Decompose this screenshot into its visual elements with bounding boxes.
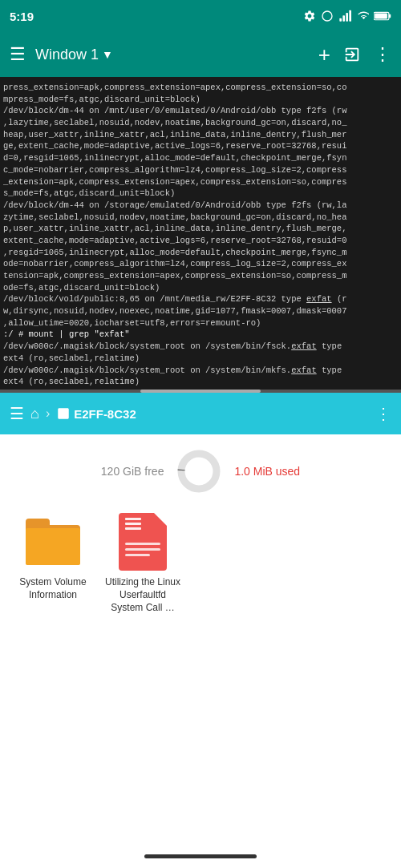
terminal-line: ode=nobarrier,compress_algorithm=lz4,com… [3, 258, 398, 270]
terminal-line: /dev/block/dm-44 on /storage/emulated/0/… [3, 200, 398, 212]
empty-area [0, 624, 401, 835]
terminal-line: d=0,resgid=1065,inlinecrypt,alloc_mode=d… [3, 152, 398, 164]
svg-rect-7 [375, 13, 387, 18]
storage-donut-chart [176, 449, 221, 494]
terminal-line: mpress_mode=fs,atgc,discard_unit=block) [3, 94, 398, 106]
exit-icon[interactable] [343, 46, 361, 63]
svg-point-0 [322, 11, 332, 21]
hamburger-button[interactable]: ☰ [10, 44, 26, 65]
storage-info: 120 GiB free 1.0 MiB used [0, 434, 401, 503]
file-name-folder: System Volume Information [13, 575, 93, 601]
terminal-line: ,allow_utime=0020,iocharset=utf8,errors=… [3, 317, 398, 329]
terminal-line: /dev/w000c/.magisk/block/system_root on … [3, 341, 398, 353]
dropdown-arrow: ▼ [102, 48, 113, 61]
status-icons [303, 10, 391, 22]
terminal-line: s_mode=fs,atgc,discard_unit=block) [3, 188, 398, 200]
file-more-button[interactable]: ⋮ [375, 404, 391, 423]
usb-drive-icon [56, 406, 71, 421]
scroll-thumb[interactable] [140, 390, 261, 393]
settings-icon [303, 10, 316, 22]
signal-icon [338, 10, 351, 22]
terminal-line: extent_cache,mode=adaptive,active_logs=6… [3, 235, 398, 247]
terminal[interactable]: press_extension=apk,compress_extension=a… [0, 77, 401, 390]
app-bar-actions: + ⋮ [318, 44, 391, 65]
file-item-document[interactable]: Utilizing the Linux Userfaultfd System C… [103, 513, 183, 615]
svg-point-8 [181, 454, 217, 489]
terminal-line: heap,user_xattr,inline_xattr,acl,inline_… [3, 129, 398, 141]
scroll-indicator [0, 390, 401, 393]
used-space-label: 1.0 MiB used [234, 465, 300, 478]
terminal-line: :/ # mount | grep "exfat" [3, 329, 398, 341]
terminal-line: c_mode=nobarrier,compress_algorithm=lz4,… [3, 164, 398, 176]
terminal-line: ,resgid=1065,inlinecrypt,alloc_mode=defa… [3, 247, 398, 259]
folder-icon [24, 513, 82, 571]
terminal-line: _extension=apk,compress_extension=apex,c… [3, 176, 398, 188]
home-indicator [144, 854, 257, 858]
svg-rect-4 [349, 10, 351, 22]
terminal-line: /dev/block/vold/public:8,65 on /mnt/medi… [3, 293, 398, 305]
document-icon [114, 513, 172, 571]
terminal-line: p,user_xattr,inline_xattr,acl,inline_dat… [3, 223, 398, 235]
terminal-line: /dev/w000c/.magisk/block/system_root on … [3, 365, 398, 377]
app-bar: ☰ Window 1 ▼ + ⋮ [0, 32, 401, 77]
wifi-icon [356, 10, 369, 22]
add-window-button[interactable]: + [318, 44, 330, 65]
battery-icon [374, 10, 391, 22]
home-icon[interactable]: ⌂ [30, 406, 39, 422]
terminal-line: press_extension=apk,compress_extension=a… [3, 82, 398, 94]
window-title[interactable]: Window 1 ▼ [35, 46, 309, 63]
terminal-line: w,dirsync,nosuid,nodev,noexec,noatime,gi… [3, 305, 398, 317]
terminal-line: tension=apk,compress_extension=apex,comp… [3, 270, 398, 282]
svg-rect-3 [346, 13, 348, 22]
bottom-nav [0, 844, 401, 868]
file-manager-bar: ☰ ⌂ › E2FF-8C32 ⋮ [0, 393, 401, 434]
terminal-line: /dev/block/dm-44 on /mnt/user/0/emulated… [3, 105, 398, 117]
status-time: 5:19 [10, 10, 34, 23]
file-hamburger-button[interactable]: ☰ [10, 404, 24, 423]
notification-icon [321, 10, 334, 22]
more-options-button[interactable]: ⋮ [374, 44, 391, 65]
terminal-line: ext4 (ro,seclabel,relatime) [3, 353, 398, 365]
drive-icon: E2FF-8C32 [56, 406, 136, 421]
terminal-line: ge,extent_cache,mode=adaptive,active_log… [3, 140, 398, 152]
terminal-line: ode=fs,atgc,discard_unit=block) [3, 282, 398, 294]
file-item-folder[interactable]: System Volume Information [13, 513, 93, 615]
drive-name: E2FF-8C32 [74, 407, 136, 421]
free-space-label: 120 GiB free [101, 465, 164, 478]
svg-rect-1 [339, 18, 342, 22]
terminal-line: ,lazytime,seclabel,nosuid,nodev,noatime,… [3, 117, 398, 129]
status-bar: 5:19 [0, 0, 401, 32]
svg-rect-2 [342, 15, 345, 21]
terminal-line: ext4 (ro,seclabel,relatime) [3, 376, 398, 388]
breadcrumb-separator: › [46, 406, 50, 421]
terminal-line: zytime,seclabel,nosuid,nodev,noatime,bac… [3, 212, 398, 224]
file-name-document: Utilizing the Linux Userfaultfd System C… [103, 575, 183, 615]
svg-rect-6 [389, 14, 391, 18]
file-grid: System Volume Information Utilizing the … [0, 503, 401, 624]
